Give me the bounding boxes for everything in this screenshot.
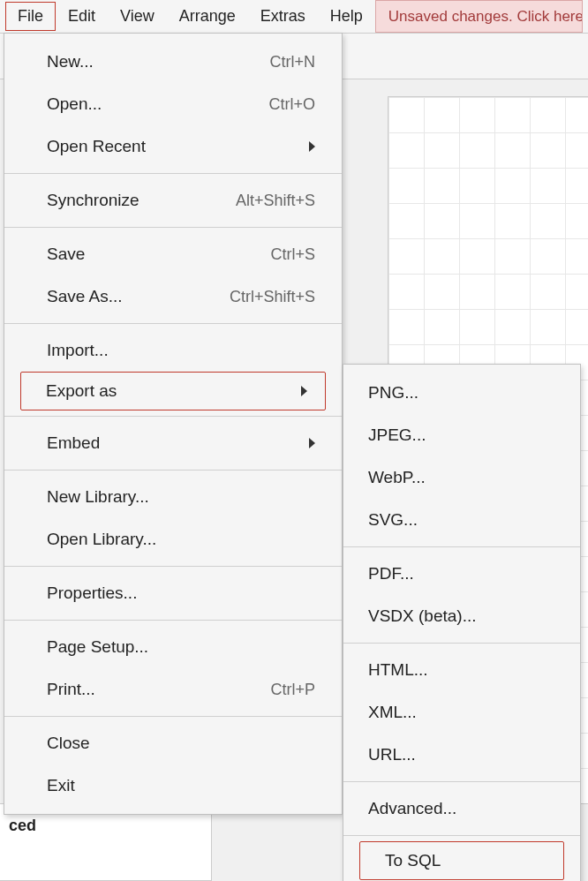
file-open[interactable]: Open... Ctrl+O <box>4 83 342 125</box>
menu-label: JPEG... <box>368 425 426 445</box>
menu-label: VSDX (beta)... <box>368 606 477 626</box>
menu-label: Save As... <box>47 287 123 306</box>
file-open-recent[interactable]: Open Recent <box>4 125 342 168</box>
menu-extras[interactable]: Extras <box>248 2 318 31</box>
menu-label: SVG... <box>368 510 418 530</box>
chevron-right-icon <box>309 438 315 448</box>
panel-stub-label: ced <box>9 817 36 834</box>
file-dropdown: New... Ctrl+N Open... Ctrl+O Open Recent… <box>4 33 343 815</box>
menu-separator <box>4 173 342 174</box>
menubar: File Edit View Arrange Extras Help Unsav… <box>0 0 588 34</box>
menu-shortcut: Ctrl+N <box>269 53 315 72</box>
menu-separator <box>4 716 342 717</box>
menu-shortcut: Ctrl+Shift+S <box>230 288 315 306</box>
menu-label: To SQL <box>385 851 441 870</box>
export-as-submenu: PNG... JPEG... WebP... SVG... PDF... VSD… <box>343 364 581 881</box>
menu-shortcut: Ctrl+P <box>270 681 315 699</box>
file-properties[interactable]: Properties... <box>4 572 342 614</box>
export-webp[interactable]: WebP... <box>343 456 580 499</box>
menu-label: Embed <box>47 433 100 453</box>
menu-separator <box>343 781 580 782</box>
file-new-library[interactable]: New Library... <box>4 476 342 518</box>
export-url[interactable]: URL... <box>343 734 580 776</box>
menu-label: Open Library... <box>47 530 156 549</box>
menu-separator <box>4 323 342 324</box>
file-print[interactable]: Print... Ctrl+P <box>4 668 342 711</box>
menu-label: Import... <box>47 341 109 360</box>
menu-label: Exit <box>47 776 75 795</box>
menu-label: PNG... <box>368 383 418 403</box>
menu-label: XML... <box>368 703 417 722</box>
menu-label: Export as <box>46 381 117 401</box>
menu-label: Page Setup... <box>47 637 148 657</box>
menu-label: Print... <box>47 680 95 699</box>
file-save-as[interactable]: Save As... Ctrl+Shift+S <box>4 275 342 318</box>
menu-view[interactable]: View <box>108 2 167 31</box>
menu-label: Properties... <box>47 584 137 603</box>
menu-separator <box>4 566 342 567</box>
export-to-sql[interactable]: To SQL <box>359 841 564 880</box>
file-exit[interactable]: Exit <box>4 764 342 807</box>
export-svg[interactable]: SVG... <box>343 499 580 541</box>
menu-label: New... <box>47 52 94 72</box>
menu-label: PDF... <box>368 564 414 584</box>
file-embed[interactable]: Embed <box>4 422 342 464</box>
export-png[interactable]: PNG... <box>343 372 580 414</box>
menu-arrange[interactable]: Arrange <box>167 2 248 31</box>
export-vsdx[interactable]: VSDX (beta)... <box>343 595 580 637</box>
menu-label: URL... <box>368 745 416 764</box>
chevron-right-icon <box>301 386 307 396</box>
menu-edit[interactable]: Edit <box>56 2 108 31</box>
menu-label: Open Recent <box>47 137 146 156</box>
menu-label: New Library... <box>47 487 149 507</box>
menu-shortcut: Ctrl+O <box>268 95 315 114</box>
menu-separator <box>4 227 342 228</box>
export-advanced[interactable]: Advanced... <box>343 787 580 830</box>
file-export-as[interactable]: Export as <box>20 372 326 410</box>
menu-separator <box>4 470 342 471</box>
chevron-right-icon <box>309 141 315 152</box>
menu-shortcut: Ctrl+S <box>270 245 315 264</box>
menu-separator <box>343 643 580 644</box>
file-open-library[interactable]: Open Library... <box>4 518 342 561</box>
menu-label: WebP... <box>368 468 426 487</box>
menu-shortcut: Alt+Shift+S <box>236 192 315 210</box>
menu-help[interactable]: Help <box>318 2 375 31</box>
menu-separator <box>343 835 580 836</box>
menu-file[interactable]: File <box>5 2 56 31</box>
file-close[interactable]: Close <box>4 722 342 764</box>
file-import[interactable]: Import... <box>4 329 342 372</box>
unsaved-warning-banner[interactable]: Unsaved changes. Click here <box>375 0 583 33</box>
menu-label: Synchronize <box>47 191 139 210</box>
left-panel-stub: ced <box>0 803 212 881</box>
file-new[interactable]: New... Ctrl+N <box>4 41 342 83</box>
menu-label: HTML... <box>368 660 428 680</box>
file-save[interactable]: Save Ctrl+S <box>4 233 342 275</box>
file-synchronize[interactable]: Synchronize Alt+Shift+S <box>4 179 342 222</box>
menu-separator <box>4 620 342 621</box>
menu-label: Close <box>47 734 90 753</box>
menu-label: Advanced... <box>368 799 456 818</box>
file-page-setup[interactable]: Page Setup... <box>4 626 342 668</box>
menu-label: Save <box>47 245 85 264</box>
export-xml[interactable]: XML... <box>343 691 580 734</box>
export-jpeg[interactable]: JPEG... <box>343 414 580 456</box>
menu-separator <box>343 546 580 547</box>
menu-separator <box>4 416 342 417</box>
menu-label: Open... <box>47 94 102 114</box>
export-html[interactable]: HTML... <box>343 649 580 691</box>
export-pdf[interactable]: PDF... <box>343 553 580 595</box>
